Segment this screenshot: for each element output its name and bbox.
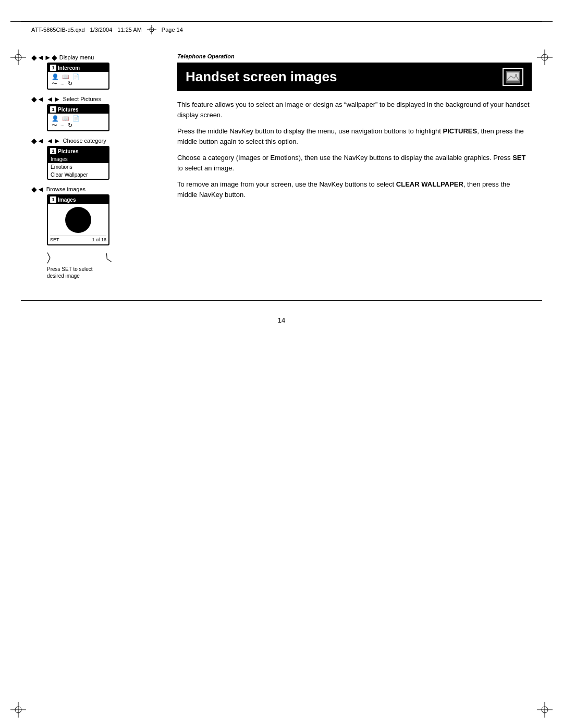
set-label: SET [50,237,59,242]
paragraph4: To remove an image from your screen, use… [177,179,532,200]
step2-group: ◆◄ ◄► Select Pictures 1 Pictures 👤 📖 📄 [31,95,156,134]
step3-screen-header: 1 Pictures [48,147,108,155]
wave-icon2: 〜 [52,122,57,128]
wave-icon: 〜 [52,81,57,87]
corner-mark-bl [10,702,26,718]
menu-item-images: Images [48,155,108,163]
header-time: 11:25 AM [117,27,141,33]
step1-nav-label: ◆◄►◆ Display menu [31,53,156,61]
corner-mark-tl [10,50,26,65]
press-set-line1: Press SET to select [47,266,156,273]
paragraph2: Press the middle NavKey button to displa… [177,126,532,146]
paragraph3: Choose a category (Images or Emotions), … [177,153,532,173]
step2-icons-row1: 👤 📖 📄 [50,115,106,122]
paragraph1: This feature allows you to select an ima… [177,100,532,120]
step1-screen-body: 👤 📖 📄 〜 ··· ↻ [48,72,108,89]
svg-rect-5 [507,72,519,80]
step1-screen-header: 1 Intercom [48,64,108,72]
nav-diamond-icon6: ◆◄ [31,185,44,193]
header-page: Page 14 [162,27,183,33]
step2-nav-label: ◆◄ ◄► Select Pictures [31,95,156,103]
step3-nav-label: ◆◄ ◄► Choose category [31,137,156,145]
image-preview-circle [65,207,91,233]
step1-screen-title: Intercom [58,65,80,71]
person-icon: 👤 [52,74,59,80]
title-box: Handset screen images [177,63,532,91]
doc-icon: 📄 [72,74,80,80]
refresh-icon: ↻ [68,81,72,87]
count-label: 1 of 16 [92,237,106,242]
refresh-icon2: ↻ [68,122,72,128]
step4-group: ◆◄ Browse images 1 Images SET 1 of 16 [31,185,156,249]
step1-icons-row1: 👤 📖 📄 [50,73,106,80]
book-icon2: 📖 [62,116,69,121]
page-number: 14 [0,316,563,335]
header-date: 1/3/2004 [90,27,113,33]
step4-screen-body: SET 1 of 16 [48,204,108,244]
step3-screen-title: Pictures [58,149,78,154]
nav-buttons: 〉 〈 [47,251,109,264]
nav-diamond-icon2: ◆◄ [31,95,44,103]
step2-screen-body: 👤 📖 📄 〜 ··· ↻ [48,114,108,130]
book-icon: 📖 [62,74,69,80]
step1-icons-row2: 〜 ··· ↻ [50,80,106,87]
header-bar: ATT-5865CIB-d5.qxd 1/3/2004 11:25 AM Pag… [10,21,553,38]
dots-icon: ··· [60,81,65,87]
finger-icon: 〈 [103,251,113,263]
section-label: Telephone Operation [177,53,532,59]
step4-num: 1 [50,196,56,203]
nav-diamond-icon4: ◆◄ [31,137,44,145]
step4-screen: 1 Images SET 1 of 16 [47,194,109,245]
step3-screen-body: Images Emotions Clear Wallpaper [48,155,108,179]
corner-mark-tr [537,50,553,65]
step3-group: ◆◄ ◄► Choose category 1 Pictures Images … [31,137,156,183]
crosshair-icon [147,25,156,34]
svg-point-6 [515,74,517,76]
step4-screen-header: 1 Images [48,195,108,204]
person-icon2: 👤 [52,116,59,121]
step4-label: Browse images [46,186,85,192]
nav-diamond-icon5: ◄► [46,137,61,145]
step3-num: 1 [50,148,56,154]
step2-label: Select Pictures [63,96,101,102]
step2-screen: 1 Pictures 👤 📖 📄 〜 ··· ↻ [47,104,109,131]
menu-item-clear-wallpaper: Clear Wallpaper [48,171,108,179]
menu-item-emotions: Emotions [48,163,108,171]
step1-num: 1 [50,65,56,71]
step4-screen-title: Images [58,197,76,203]
nav-diamond-icon3: ◄► [46,95,61,103]
title-icon [503,68,523,86]
step1-label: Display menu [59,54,94,60]
corner-mark-br [537,702,553,718]
step3-label: Choose category [63,138,106,144]
right-column: Telephone Operation Handset screen image… [156,53,532,279]
set-bar: SET 1 of 16 [50,236,106,242]
step2-screen-title: Pictures [58,107,78,113]
step4-nav-label: ◆◄ Browse images [31,185,156,193]
page: ATT-5865CIB-d5.qxd 1/3/2004 11:25 AM Pag… [0,21,563,728]
dots-icon2: ··· [60,123,65,128]
doc-icon2: 📄 [72,116,80,121]
step2-screen-header: 1 Pictures [48,105,108,114]
step2-icons-row2: 〜 ··· ↻ [50,122,106,129]
page-title: Handset screen images [186,69,337,85]
hand-icon: 〉 [47,251,51,264]
left-column: ◆◄►◆ Display menu 1 Intercom 👤 📖 📄 [31,53,156,279]
nav-diamond-icon: ◆◄►◆ [31,53,57,61]
step1-screen: 1 Intercom 👤 📖 📄 〜 ··· ↻ [47,63,109,90]
content-area: ◆◄►◆ Display menu 1 Intercom 👤 📖 📄 [0,43,563,300]
press-set-label: Press SET to select desired image [47,266,156,279]
press-set-line2: desired image [47,273,156,279]
step3-screen: 1 Pictures Images Emotions Clear Wallpap… [47,146,109,180]
step1-group: ◆◄►◆ Display menu 1 Intercom 👤 📖 📄 [31,53,156,93]
header-filename: ATT-5865CIB-d5.qxd [31,27,85,33]
step2-num: 1 [50,106,56,113]
